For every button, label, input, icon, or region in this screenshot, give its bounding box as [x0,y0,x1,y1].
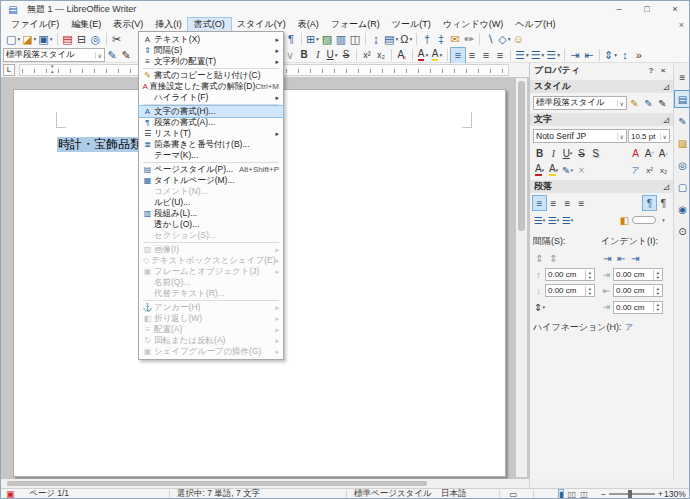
insert-footnote-button[interactable]: † [420,32,434,47]
save-button[interactable]: ▣▾ [37,32,53,47]
menu-item-bullets-numbering[interactable]: ≣箇条書きと番号付け(B)... [139,139,283,150]
menu-item-clone-formatting[interactable]: ✎書式のコピーと貼り付け(C) [139,70,283,81]
menu-item-watermark[interactable]: 透かし(O)... [139,219,283,230]
sidebar-strikethrough-button[interactable]: S [575,146,588,160]
menu-edit[interactable]: 編集(E) [65,18,107,31]
bullet-list-button[interactable]: ☰▾ [514,48,530,63]
menu-table[interactable]: 表(A) [292,18,325,31]
insert-endnote-button[interactable]: ‡ [434,32,448,47]
menu-help[interactable]: ヘルプ(H) [509,18,561,31]
paragraph-style-combo[interactable]: 標準段落スタイル∨ [3,48,105,62]
left-to-right-button[interactable]: ¶ [643,196,656,210]
sidebar-align-center-button[interactable]: ≡ [547,196,560,210]
first-line-indent-field[interactable]: 0.00 cm ▴▾ [613,301,663,314]
decrease-font-size-button[interactable]: A↓ [657,146,670,160]
insert-image-button[interactable]: ▨ [320,32,334,47]
sidebar-justify-button[interactable]: ≡ [575,196,588,210]
no-fill-icon[interactable]: × [575,163,588,177]
increase-indent-button[interactable]: ⇥ [568,48,582,63]
indent-marker[interactable]: ▾▴ [51,64,54,73]
insert-field-button[interactable]: ▤▾ [383,32,399,47]
clone-formatting-icon[interactable]: ✎ [628,96,641,110]
track-changes-button[interactable]: ✏ [462,32,476,47]
horizontal-scrollbar[interactable] [1,479,529,488]
insert-textbox-button[interactable]: ◫ [348,32,362,47]
menu-file[interactable]: ファイル(F) [5,18,65,31]
line-spacing-button[interactable]: ⇕▾ [603,48,618,63]
character-effects-button[interactable]: ✎▾ [561,163,574,177]
close-button[interactable]: × [661,1,689,18]
background-color-dropdown[interactable]: ▾ [657,213,670,227]
align-right-button[interactable]: ≡ [479,48,493,63]
basic-shapes-button[interactable]: ◇▾ [497,32,511,47]
sidebar-subscript-button[interactable]: x₂ [657,163,670,177]
zoom-percentage[interactable]: 130% [664,489,686,499]
paragraph-spacing-button[interactable]: ↕ [618,48,632,63]
menu-item-character[interactable]: A文字の書式(H)... [139,106,283,117]
menu-tools[interactable]: ツール(T) [386,18,437,31]
sidebar-align-right-button[interactable]: ≡ [561,196,574,210]
toolbar-overflow-button[interactable]: » [632,48,646,63]
line-spacing-dropdown[interactable]: ⇕▾ [533,300,546,314]
menu-item-highlight[interactable]: ハイライト(F)▸ [139,92,283,103]
right-to-left-button[interactable]: ¶ [657,196,670,210]
sidebar-bullet-list-button[interactable]: ☰▾ [533,213,546,227]
align-center-button[interactable]: ≡ [465,48,479,63]
zoom-in-button[interactable]: + [658,489,663,499]
numbered-list-button[interactable]: ☰▾ [530,48,546,63]
minimize-button[interactable]: – [605,1,633,18]
superscript-button[interactable]: x² [360,48,374,63]
selected-text[interactable]: 時計・宝飾品類 [57,137,143,152]
sidebar-help-icon[interactable]: ? [645,66,657,75]
insert-comment-button[interactable]: ✉ [448,32,462,47]
clear-formatting-button[interactable]: A× [395,48,409,63]
paragraph-background-color-icon[interactable]: ◧ [618,213,631,227]
bold-button[interactable]: B [297,48,311,63]
special-character-button[interactable]: Ω▾ [399,32,413,47]
before-text-indent-field[interactable]: 0.00 cm ▴▾ [613,268,663,281]
zoom-out-button[interactable]: − [601,489,606,499]
sidebar-close-icon[interactable]: × [657,66,669,75]
print-preview-button[interactable]: ◎ [89,32,103,47]
close-document-icon[interactable]: × [679,20,684,30]
insert-line-button[interactable]: ∖ [483,32,497,47]
menu-item-columns[interactable]: ▥段組み(L)... [139,208,283,219]
menu-item-spacing[interactable]: ⇕間隔(S)▸ [139,45,283,56]
tab-find[interactable]: ⊙ [675,223,690,239]
sidebar-superscript-button[interactable]: x² [643,163,656,177]
tab-gallery[interactable]: ▨ [675,135,690,151]
style-dialog-launcher-icon[interactable]: ◿ [664,83,669,91]
page-break-button[interactable]: ↨ [369,32,383,47]
sidebar-outline-button[interactable]: ☰▾ [561,213,574,227]
subscript-button[interactable]: x₂ [374,48,388,63]
menu-format[interactable]: 書式(O) [188,18,231,31]
zoom-slider[interactable] [609,493,655,495]
sidebar-shadow-button[interactable]: S [589,146,602,160]
horizontal-scrollbar-thumb[interactable] [7,481,427,486]
vertical-scrollbar[interactable] [516,78,527,477]
export-pdf-button[interactable]: ▤ [61,32,75,47]
menu-styles[interactable]: スタイル(Y) [231,18,292,31]
switch-indent-icon[interactable]: ⇥ [629,251,642,265]
font-size-combo-arrow[interactable]: ∨ [283,48,297,63]
underline-button[interactable]: U▾ [325,48,339,63]
sidebar-numbered-list-button[interactable]: ☰▾ [547,213,560,227]
multi-page-view-button[interactable]: ▯▯ [567,490,576,499]
font-size-combo[interactable]: 10.5 pt∨ [628,129,670,143]
save-status-icon[interactable]: ▣ [6,489,15,499]
update-style-icon[interactable]: ✎ [642,96,655,110]
highlight-color-button[interactable]: A▾ [430,48,444,63]
sidebar-style-combo[interactable]: 標準段落スタイル∨ [533,96,627,110]
formatting-marks-button[interactable]: ¶ [284,32,298,47]
menu-item-theme[interactable]: テーマ(K)... [139,150,283,161]
menu-item-page-style[interactable]: ▤ページスタイル(P)...Alt+Shift+P [139,164,283,175]
new-document-button[interactable]: ▢▾ [5,32,21,47]
menu-item-clear-direct-formatting[interactable]: A直接設定した書式の解除(D)Ctrl+M [139,81,283,92]
insert-table-button[interactable]: ⊞▾ [305,32,320,47]
after-text-indent-field[interactable]: 0.00 cm ▴▾ [613,284,663,297]
below-spacing-field[interactable]: 0.00 cm ▴▾ [545,284,595,297]
tab-navigator[interactable]: ◎ [675,157,690,173]
menu-window[interactable]: ウィンドウ(W) [437,18,510,31]
update-style-button[interactable]: ✎ [105,48,119,63]
symbol-shapes-button[interactable]: ☺ [511,32,525,47]
